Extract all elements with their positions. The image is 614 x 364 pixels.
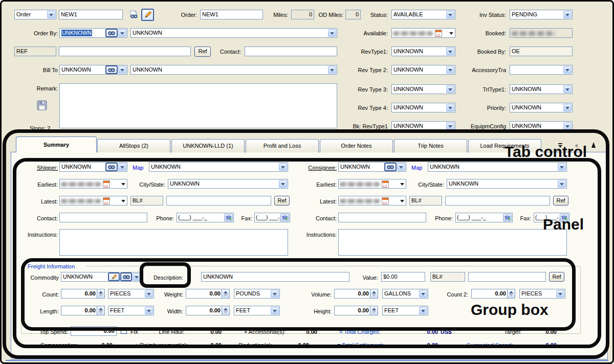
chevron-down-icon[interactable] bbox=[271, 307, 279, 314]
chevron-down-icon[interactable] bbox=[556, 290, 564, 298]
equipmconfig-select[interactable]: UNKNOWN bbox=[510, 121, 573, 131]
chevron-down-icon[interactable] bbox=[563, 66, 572, 74]
ref-type-box[interactable]: REF bbox=[14, 47, 56, 56]
shipper-earliest-date-picker[interactable] bbox=[59, 179, 127, 189]
chevron-down-icon[interactable] bbox=[118, 66, 126, 74]
find-document-button[interactable] bbox=[127, 9, 140, 20]
accessorytra-select[interactable] bbox=[510, 65, 573, 75]
tab-scroll-left-button[interactable] bbox=[574, 143, 579, 149]
width-stepper[interactable]: 0.00 bbox=[186, 306, 230, 315]
shipper-instructions-textarea[interactable] bbox=[59, 229, 288, 256]
phone-dial-icon[interactable]: ☎ bbox=[503, 214, 512, 221]
chevron-down-icon[interactable] bbox=[328, 66, 336, 74]
spinner-arrows-icon[interactable] bbox=[222, 289, 229, 298]
bill-to-search-button[interactable] bbox=[105, 65, 118, 74]
width-unit-select[interactable]: FEET bbox=[234, 306, 280, 315]
chevron-down-icon[interactable] bbox=[446, 11, 454, 18]
rev-type3-select[interactable]: UNKNOWN bbox=[391, 84, 455, 94]
count-stepper[interactable]: 0.00 bbox=[61, 289, 105, 299]
chevron-down-icon[interactable] bbox=[279, 180, 287, 188]
consignee-ref-button[interactable]: Ref bbox=[553, 196, 568, 206]
length-stepper[interactable]: 0.00 bbox=[61, 306, 105, 315]
shipper-fax-input[interactable]: (___) ___-_ ☎ bbox=[254, 213, 290, 222]
tab-profit-and-loss[interactable]: Profit and Loss bbox=[246, 139, 319, 152]
shipper-company-select[interactable]: UNKNOWN bbox=[149, 162, 288, 172]
freight-ref-button[interactable]: Ref bbox=[549, 272, 564, 282]
shipper-bl-type-box[interactable]: BL# bbox=[130, 196, 163, 206]
calendar-icon[interactable] bbox=[382, 180, 389, 188]
chevron-down-icon[interactable] bbox=[563, 85, 572, 93]
spinner-arrows-icon[interactable] bbox=[507, 289, 515, 298]
top-spend-input[interactable]: 0.00 bbox=[71, 326, 117, 336]
order-by-search-button[interactable] bbox=[105, 29, 118, 37]
shipper-link[interactable]: Shipper: bbox=[22, 164, 58, 171]
rev-type4-select[interactable]: UNKNOWN bbox=[391, 103, 455, 112]
chevron-down-icon[interactable] bbox=[133, 273, 141, 281]
consignee-bl-type-box[interactable]: BL# bbox=[409, 196, 442, 206]
consignee-map-link[interactable]: Map bbox=[411, 164, 427, 171]
order-id-input[interactable]: NEW1 bbox=[59, 10, 123, 19]
weight-stepper[interactable]: 0.00 bbox=[186, 289, 230, 299]
consignee-phone-input[interactable]: (___) ___-_ ☎ bbox=[455, 213, 513, 222]
order-by-name-select[interactable]: UNKNOWN bbox=[130, 28, 337, 38]
chevron-down-icon[interactable] bbox=[400, 200, 404, 202]
tab-unknown-lld[interactable]: UNKNOWN-LLD (1) bbox=[171, 139, 245, 152]
priority-select[interactable]: UNKNOWN bbox=[510, 103, 573, 112]
value-input[interactable]: $0.00 bbox=[381, 272, 425, 282]
available-date-picker[interactable] bbox=[391, 28, 455, 38]
count-unit-select[interactable]: PIECES bbox=[108, 289, 154, 299]
chevron-down-icon[interactable] bbox=[563, 122, 572, 130]
chevron-down-icon[interactable] bbox=[563, 104, 572, 111]
order-number-input[interactable]: NEW1 bbox=[200, 10, 263, 19]
consignee-company-select[interactable]: UNKNOWN bbox=[428, 162, 567, 172]
chevron-down-icon[interactable] bbox=[271, 290, 279, 298]
ref-button[interactable]: Ref bbox=[194, 47, 211, 57]
chevron-down-icon[interactable] bbox=[121, 183, 125, 186]
chevron-down-icon[interactable] bbox=[558, 163, 566, 171]
tab-load-requirements[interactable]: Load Requirements bbox=[468, 139, 541, 152]
shipper-city-state-select[interactable]: UNKNOWN bbox=[168, 179, 288, 189]
consignee-fax-input[interactable]: (___) ___-_ ☎ bbox=[534, 213, 569, 222]
spinner-arrows-icon[interactable] bbox=[97, 306, 104, 315]
chevron-down-icon[interactable] bbox=[446, 48, 454, 55]
shipper-ref-button[interactable]: Ref bbox=[274, 196, 290, 206]
calendar-icon[interactable] bbox=[103, 180, 110, 188]
spinner-arrows-icon[interactable] bbox=[370, 289, 378, 298]
shipper-bl-input[interactable] bbox=[166, 196, 271, 206]
chevron-down-icon[interactable] bbox=[121, 200, 125, 202]
description-input[interactable]: UNKNOWN bbox=[201, 272, 349, 282]
length-unit-select[interactable]: FEET bbox=[108, 306, 154, 315]
bill-to-name-select[interactable]: UNKNOWN bbox=[130, 65, 337, 75]
shipper-latest-date-picker[interactable] bbox=[59, 196, 127, 206]
ref-input[interactable] bbox=[59, 47, 191, 56]
inv-status-select[interactable]: PENDING bbox=[510, 10, 573, 19]
chevron-down-icon[interactable] bbox=[446, 66, 454, 74]
chevron-down-icon[interactable] bbox=[118, 163, 126, 171]
commodity-lookup[interactable]: UNKNOWN bbox=[61, 272, 142, 282]
tab-scroll-button[interactable] bbox=[557, 143, 563, 150]
chevron-down-icon[interactable] bbox=[419, 290, 427, 298]
tab-summary[interactable]: Summary bbox=[16, 136, 97, 152]
consignee-contact-input[interactable] bbox=[338, 213, 426, 222]
tab-trip-notes[interactable]: Trip Notes bbox=[394, 139, 467, 152]
tab-allstops[interactable]: AllStops (2) bbox=[97, 139, 170, 152]
chevron-down-icon[interactable] bbox=[328, 29, 336, 37]
commodity-edit-button[interactable] bbox=[108, 272, 120, 281]
save-remark-button[interactable] bbox=[36, 100, 48, 112]
consignee-earliest-date-picker[interactable] bbox=[338, 179, 406, 189]
consignee-instructions-textarea[interactable] bbox=[338, 229, 567, 256]
calendar-icon[interactable] bbox=[103, 197, 110, 204]
rev-type2-select[interactable]: UNKNOWN bbox=[391, 65, 455, 75]
phone-dial-icon[interactable]: ☎ bbox=[560, 214, 568, 221]
calendar-icon[interactable] bbox=[435, 30, 442, 37]
chevron-down-icon[interactable] bbox=[47, 11, 55, 18]
revtype1-select[interactable]: UNKNOWN bbox=[391, 47, 455, 56]
remark-textarea[interactable] bbox=[59, 83, 337, 128]
chevron-down-icon[interactable] bbox=[449, 32, 453, 35]
spinner-arrows-icon[interactable] bbox=[97, 289, 104, 298]
chevron-down-icon[interactable] bbox=[279, 163, 287, 171]
commodity-search-button[interactable] bbox=[120, 272, 132, 281]
tab-scroll-right-button[interactable] bbox=[591, 142, 596, 149]
chevron-down-icon[interactable] bbox=[145, 307, 153, 314]
consignee-city-state-select[interactable]: UNKNOWN bbox=[447, 179, 567, 189]
